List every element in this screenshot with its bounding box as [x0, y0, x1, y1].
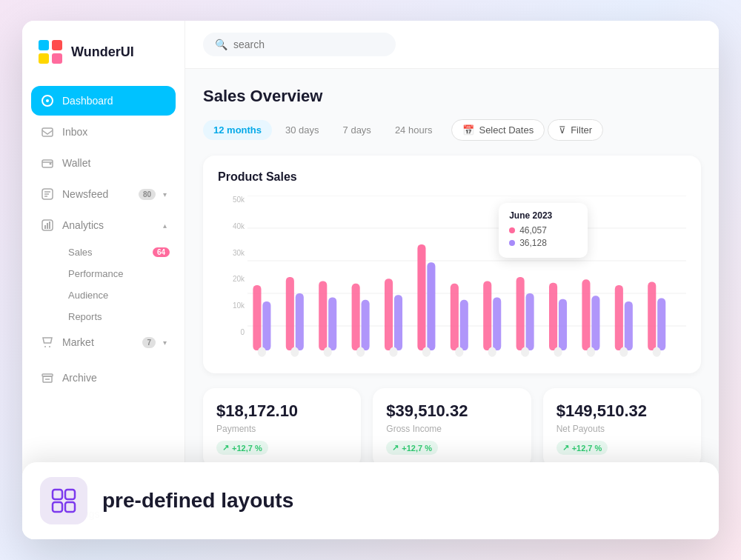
svg-rect-38: [362, 300, 370, 350]
svg-rect-3: [52, 53, 62, 64]
wallet-label: Wallet: [62, 157, 167, 169]
market-chevron: ▾: [163, 339, 167, 347]
svg-rect-32: [296, 293, 304, 350]
tooltip-value-1: 46,057: [519, 225, 547, 236]
subnav-performance[interactable]: Performance: [62, 263, 176, 284]
y-label-0: 0: [240, 328, 245, 336]
svg-rect-28: [253, 285, 261, 350]
newsfeed-icon: [40, 187, 55, 201]
stat-badge-1: ↗ +12,7 %: [216, 441, 268, 455]
sidebar-item-analytics[interactable]: Analytics ▴: [31, 210, 176, 240]
tooltip-dot-pink: [509, 227, 515, 233]
analytics-subnav: Sales 64 Performance Audience Reports: [31, 241, 176, 327]
overlay-icon-container: [40, 477, 87, 524]
stat-label-3: Net Payouts: [556, 424, 688, 434]
svg-point-64: [619, 347, 628, 357]
dashboard-label: Dashboard: [62, 95, 167, 107]
svg-rect-45: [427, 262, 435, 350]
subnav-sales-badge: 64: [153, 247, 170, 257]
svg-point-18: [49, 346, 50, 347]
subnav-reports-label: Reports: [68, 311, 102, 322]
svg-rect-47: [451, 284, 459, 350]
svg-rect-34: [319, 281, 327, 351]
svg-point-61: [587, 347, 595, 357]
stat-amount-1: $18,172.10: [216, 401, 348, 421]
stat-badge-2: ↗ +12,7 %: [386, 441, 438, 455]
sidebar-item-newsfeed[interactable]: Newsfeed 80 ▾: [31, 179, 176, 209]
filter-30days[interactable]: 30 days: [275, 120, 330, 140]
svg-rect-60: [591, 296, 599, 350]
svg-point-52: [488, 347, 496, 357]
chart-area: 50k 40k 30k 20k 10k 0: [218, 196, 686, 359]
svg-rect-56: [549, 283, 557, 350]
tooltip-title: June 2023: [509, 210, 577, 221]
trend-icon-1: ↗: [222, 443, 229, 453]
archive-label: Archive: [62, 372, 167, 384]
analytics-icon: [40, 218, 55, 233]
sidebar-item-wallet[interactable]: Wallet: [31, 148, 176, 178]
svg-rect-68: [53, 490, 62, 499]
svg-point-46: [422, 347, 431, 357]
newsfeed-label: Newsfeed: [62, 188, 131, 200]
sidebar-item-market[interactable]: Market 7 ▾: [31, 327, 176, 357]
inbox-icon: [40, 124, 55, 139]
svg-rect-71: [65, 502, 75, 512]
svg-rect-70: [53, 502, 62, 512]
filter-7days[interactable]: 7 days: [333, 120, 382, 140]
svg-point-39: [356, 347, 365, 357]
filter-button[interactable]: ⊽ Filter: [548, 119, 603, 141]
date-select-button[interactable]: 📅 Select Dates: [451, 119, 545, 141]
sidebar-item-archive[interactable]: Archive: [31, 363, 176, 393]
sidebar-nav: Dashboard Inbox: [22, 80, 185, 490]
stat-badge-val-3: +12,7 %: [572, 444, 602, 453]
chart-svg: [218, 196, 686, 359]
subnav-sales[interactable]: Sales 64: [62, 241, 176, 263]
topbar: 🔍: [185, 21, 719, 69]
svg-rect-29: [262, 301, 270, 350]
svg-rect-31: [286, 277, 294, 350]
tooltip-item-1: 46,057: [509, 225, 577, 236]
stat-card-payments: $18,172.10 Payments ↗ +12,7 %: [203, 388, 361, 468]
sidebar-item-inbox[interactable]: Inbox: [31, 117, 176, 147]
stat-badge-3: ↗ +12,7 %: [556, 441, 608, 455]
newsfeed-chevron: ▾: [163, 190, 167, 199]
svg-rect-48: [460, 300, 468, 350]
main-content: 🔍 Sales Overview 12 months 30 days 7 day…: [185, 21, 719, 539]
svg-point-30: [258, 347, 266, 357]
tooltip-dot-purple: [509, 240, 515, 246]
search-input[interactable]: [233, 39, 352, 50]
y-axis-labels: 50k 40k 30k 20k 10k 0: [218, 196, 245, 336]
stat-label-2: Gross Income: [386, 424, 517, 434]
filter-24hours[interactable]: 24 hours: [385, 120, 443, 140]
time-filter-bar: 12 months 30 days 7 days 24 hours 📅 Sele…: [203, 119, 701, 141]
stat-label-1: Payments: [216, 424, 348, 434]
subnav-reports[interactable]: Reports: [62, 306, 176, 327]
filter-icon: ⊽: [559, 124, 566, 136]
svg-rect-2: [39, 53, 49, 64]
subnav-audience[interactable]: Audience: [62, 284, 176, 306]
svg-point-5: [46, 99, 49, 102]
app-window: WunderUI Dashboard: [22, 21, 719, 539]
search-box[interactable]: 🔍: [203, 33, 396, 56]
newsfeed-badge: 80: [139, 189, 156, 200]
trend-icon-2: ↗: [392, 443, 399, 453]
svg-rect-66: [657, 299, 665, 350]
svg-point-17: [44, 346, 46, 347]
y-label-10k: 10k: [233, 301, 245, 310]
sidebar-item-dashboard[interactable]: Dashboard: [31, 86, 176, 116]
app-name: WunderUI: [71, 44, 134, 60]
svg-rect-15: [47, 223, 48, 229]
y-label-40k: 40k: [233, 222, 245, 230]
subnav-audience-label: Audience: [68, 290, 108, 301]
stat-amount-3: $149,510.32: [556, 401, 688, 421]
sidebar: WunderUI Dashboard: [22, 21, 185, 539]
svg-point-67: [653, 347, 661, 357]
svg-rect-6: [42, 128, 53, 136]
analytics-chevron: ▴: [163, 221, 167, 230]
svg-point-55: [521, 347, 529, 357]
filter-12months[interactable]: 12 months: [203, 120, 272, 140]
filter-label: Filter: [571, 124, 592, 136]
overlay-card: pre-defined layouts: [22, 462, 719, 539]
market-icon: [40, 335, 55, 350]
stats-row: $18,172.10 Payments ↗ +12,7 % $39,510.32…: [203, 388, 701, 468]
